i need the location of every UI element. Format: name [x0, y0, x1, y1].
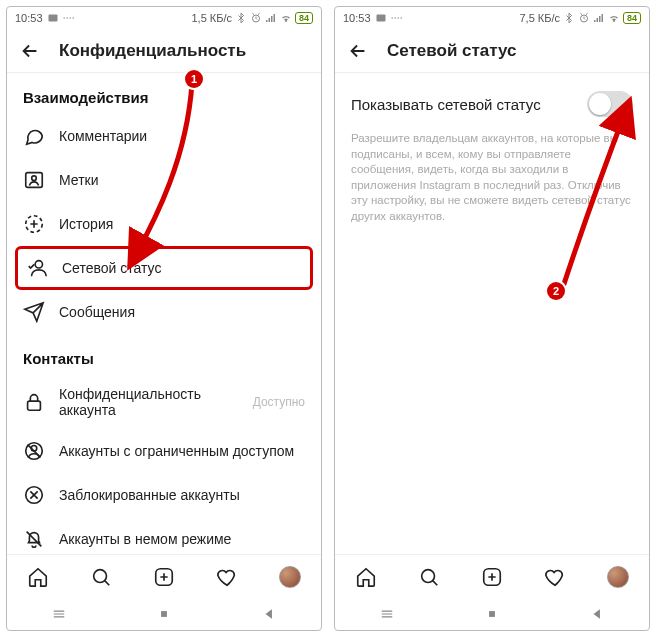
item-account-privacy[interactable]: Конфиденциальность аккаунта Доступно: [7, 375, 321, 429]
toggle-switch[interactable]: [587, 91, 633, 117]
item-muted[interactable]: Аккаунты в немом режиме: [7, 517, 321, 554]
page-title: Сетевой статус: [387, 41, 517, 61]
svg-point-20: [397, 17, 399, 19]
header: Сетевой статус: [335, 29, 649, 73]
add-tab[interactable]: [481, 566, 503, 588]
item-comments[interactable]: Комментарии: [7, 114, 321, 158]
profile-tab[interactable]: [279, 566, 301, 588]
svg-rect-10: [28, 401, 41, 410]
svg-point-3: [69, 17, 71, 19]
item-restricted[interactable]: Аккаунты с ограниченным доступом: [7, 429, 321, 473]
phone-screen-1: 10:53 1,5 КБ/с 84 Конфиденциальность Вза…: [6, 6, 322, 631]
status-time: 10:53: [15, 12, 43, 24]
page-title: Конфиденциальность: [59, 41, 246, 61]
blocked-icon: [23, 484, 45, 506]
dots-icon: [391, 12, 403, 24]
activity-tab[interactable]: [216, 566, 238, 588]
svg-point-18: [391, 17, 393, 19]
annotation-badge-1: 1: [185, 70, 203, 88]
wifi-icon: [608, 12, 620, 24]
signal-icon: [265, 12, 277, 24]
status-bar: 10:53 7,5 КБ/с 84: [335, 7, 649, 29]
svg-rect-16: [161, 611, 167, 617]
story-plus-icon: [23, 213, 45, 235]
svg-point-21: [400, 17, 402, 19]
search-tab[interactable]: [418, 566, 440, 588]
search-tab[interactable]: [90, 566, 112, 588]
status-speed: 1,5 КБ/с: [191, 12, 232, 24]
nav-back[interactable]: [590, 607, 604, 621]
header: Конфиденциальность: [7, 29, 321, 73]
item-activity-status[interactable]: Сетевой статус: [15, 246, 313, 290]
notification-icon: [47, 12, 59, 24]
notification-icon: [375, 12, 387, 24]
alarm-icon: [578, 12, 590, 24]
toggle-row-activity-status: Показывать сетевой статус: [335, 73, 649, 127]
svg-point-23: [422, 569, 435, 582]
svg-point-9: [35, 261, 42, 268]
svg-rect-25: [489, 611, 495, 617]
item-tags[interactable]: Метки: [7, 158, 321, 202]
svg-point-2: [66, 17, 68, 19]
content: Показывать сетевой статус Разрешите влад…: [335, 73, 649, 554]
phone-screen-2: 10:53 7,5 КБ/с 84 Сетевой статус Показыв…: [334, 6, 650, 631]
nav-back[interactable]: [262, 607, 276, 621]
section-contacts: Контакты: [7, 334, 321, 375]
muted-bell-icon: [23, 528, 45, 550]
signal-icon: [593, 12, 605, 24]
add-tab[interactable]: [153, 566, 175, 588]
home-tab[interactable]: [27, 566, 49, 588]
lock-icon: [23, 391, 45, 413]
toggle-description: Разрешите владельцам аккаунтов, на котор…: [335, 127, 649, 228]
battery-indicator: 84: [623, 12, 641, 24]
android-nav-bar: [7, 598, 321, 630]
alarm-icon: [250, 12, 262, 24]
restricted-icon: [23, 440, 45, 462]
item-label: История: [59, 216, 113, 232]
item-label: Аккаунты с ограниченным доступом: [59, 443, 294, 459]
send-icon: [23, 301, 45, 323]
section-interactions: Взаимодействия: [7, 73, 321, 114]
bluetooth-icon: [563, 12, 575, 24]
nav-home[interactable]: [485, 607, 499, 621]
item-blocked[interactable]: Заблокированные аккаунты: [7, 473, 321, 517]
toggle-label: Показывать сетевой статус: [351, 96, 541, 113]
svg-point-1: [63, 17, 65, 19]
profile-tab[interactable]: [607, 566, 629, 588]
back-button[interactable]: [347, 40, 369, 62]
back-button[interactable]: [19, 40, 41, 62]
item-label: Комментарии: [59, 128, 147, 144]
svg-rect-0: [48, 15, 57, 22]
item-messages[interactable]: Сообщения: [7, 290, 321, 334]
content: Взаимодействия Комментарии Метки История…: [7, 73, 321, 554]
status-time: 10:53: [343, 12, 371, 24]
nav-menu[interactable]: [52, 607, 66, 621]
status-speed: 7,5 КБ/с: [519, 12, 560, 24]
dots-icon: [63, 12, 75, 24]
svg-point-14: [94, 569, 107, 582]
svg-point-7: [32, 176, 37, 181]
item-trail: Доступно: [253, 395, 305, 409]
svg-rect-17: [376, 15, 385, 22]
bluetooth-icon: [235, 12, 247, 24]
item-label: Заблокированные аккаунты: [59, 487, 240, 503]
nav-menu[interactable]: [380, 607, 394, 621]
item-label: Сетевой статус: [62, 260, 161, 276]
item-label: Метки: [59, 172, 99, 188]
home-tab[interactable]: [355, 566, 377, 588]
bottom-tab-bar: [7, 554, 321, 598]
item-label: Конфиденциальность аккаунта: [59, 386, 239, 418]
android-nav-bar: [335, 598, 649, 630]
nav-home[interactable]: [157, 607, 171, 621]
annotation-badge-2: 2: [547, 282, 565, 300]
item-label: Аккаунты в немом режиме: [59, 531, 231, 547]
status-bar: 10:53 1,5 КБ/с 84: [7, 7, 321, 29]
wifi-icon: [280, 12, 292, 24]
svg-point-4: [72, 17, 74, 19]
bottom-tab-bar: [335, 554, 649, 598]
comment-icon: [23, 125, 45, 147]
item-story[interactable]: История: [7, 202, 321, 246]
svg-point-19: [394, 17, 396, 19]
activity-tab[interactable]: [544, 566, 566, 588]
tag-person-icon: [23, 169, 45, 191]
